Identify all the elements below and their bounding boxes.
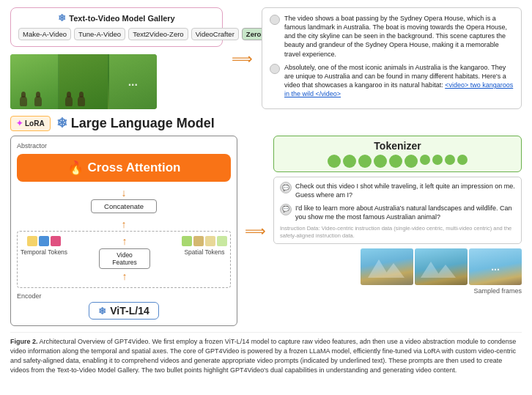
spatial-token-squares [182,236,227,246]
video-frame-2 [59,54,107,109]
abstractor-box: Abstractor 🔥 Cross Attention ↓ Concatena… [10,136,237,326]
tokens-row: Temporal Tokens ↑ Video Features ↑ [21,236,227,281]
spatial-sq-4 [217,236,227,246]
spatial-token-label: Spatial Tokens [184,248,224,256]
gallery-title-text: Text-to-Video Model Gallery [69,14,174,23]
llm-snowflake-icon: ❄ [56,115,67,131]
frames-row: ... [361,248,522,285]
chat-text-2: Absolutely, one of the most iconic anima… [284,63,514,99]
lora-llm-row: ✦ LoRA ❄ Large Language Model [10,115,522,131]
instruction-chat-row-2: 💬 I'd like to learn more about Australia… [280,204,515,221]
video-frame-1 [10,54,58,109]
concat-box: Concatenate [91,199,157,213]
star-icon: ✦ [16,119,23,128]
video-features-col: ↑ Video Features ↑ [99,236,150,281]
up-arrow-1: ↑ [17,219,231,229]
diagram-section: Abstractor 🔥 Cross Attention ↓ Concatena… [10,136,522,326]
green-token-8 [432,155,443,165]
video-frame-dots: ... [128,75,138,89]
cross-attention-title: 🔥 Cross Attention [27,160,221,176]
frame-3: ... [469,248,522,285]
tune-a-video-btn[interactable]: Tune-A-Video [74,28,125,40]
green-token-10 [457,155,468,165]
frames-section: ... Sampled frames [273,248,522,295]
frame-1 [361,248,413,285]
frames-dots-text: ... [491,261,500,273]
chat-item-2: Absolutely, one of the most iconic anima… [270,63,514,99]
green-token-2 [343,155,356,168]
tokens-container: Temporal Tokens ↑ Video Features ↑ [17,231,231,288]
model-buttons-row: Make-A-Video Tune-A-Video Text2Video-Zer… [18,28,215,40]
chat-bullet-1 [270,15,280,25]
gallery-title: ❄ Text-to-Video Model Gallery [18,12,215,23]
caption: Figure 2. Architectural Overview of GPT4… [10,332,522,375]
temporal-token-label: Temporal Tokens [21,248,67,256]
green-token-3 [358,155,372,168]
video-features-up-arrow: ↑ [122,236,128,246]
chat-bullet-2 [270,64,280,74]
tokenizer-box: Tokenizer [273,136,522,172]
chat-text-1: The video shows a boat passing by the Sy… [284,14,514,59]
green-token-7 [420,155,430,165]
spatial-tokens-group: Spatial Tokens [182,236,227,256]
chat-instruction-box: 💬 Check out this video I shot while trav… [273,177,522,244]
kangaroo-shape-4 [75,90,89,106]
flame-icon: 🔥 [67,160,84,176]
spatial-sq-1 [182,236,192,246]
instruction-chat-icon-1: 💬 [280,182,292,193]
cross-attention-block: 🔥 Cross Attention [17,154,231,182]
kangaroo-video-preview: ... [10,54,157,109]
caption-label: Figure 2. [10,338,38,345]
video-features-down-arrow: ↑ [122,271,128,281]
frames-label: Sampled frames [473,287,522,295]
temporal-sq-2 [39,236,49,246]
instruction-msg-1: Check out this video I shot while travel… [295,182,515,199]
vit-box: ❄ ViT-L/14 [89,302,158,320]
right-panel: Tokenizer 💬 Check out this video I shot … [273,136,522,326]
green-token-5 [389,155,402,168]
green-tokens [281,155,514,168]
video-frame-3: ... [109,54,157,109]
svg-marker-3 [435,265,456,278]
green-token-1 [328,155,341,168]
concat-area: Concatenate [17,199,231,218]
abstractor-to-right-arrow: ⟹ [243,136,267,326]
vit-section: Encoder ❄ ViT-L/14 [17,292,231,320]
lora-label: LoRA [25,119,45,128]
svg-marker-1 [383,263,404,278]
gallery-to-chat-arrow: ⟹ [232,7,253,109]
green-token-9 [445,155,455,165]
instruction-chat-row-1: 💬 Check out this video I shot while trav… [280,182,515,199]
temporal-token-squares [27,236,61,246]
down-arrow-1: ↓ [17,188,231,198]
temporal-sq-1 [27,236,37,246]
abstractor-label: Abstractor [17,142,231,149]
vit-snowflake-icon: ❄ [98,306,106,317]
tokenizer-title: Tokenizer [281,140,514,152]
make-a-video-btn[interactable]: Make-A-Video [18,28,71,40]
green-token-6 [404,155,418,168]
instruction-gray-text: Instruction Data: Video-centric instruct… [280,225,515,240]
green-token-4 [374,155,387,168]
spatial-sq-3 [205,236,215,246]
caption-text: Architectural Overview of GPT4Video. We … [10,338,516,374]
temporal-tokens-group: Temporal Tokens [21,236,67,256]
kangaroo-shape-1 [18,90,31,106]
vit-text: ViT-L/14 [110,305,149,317]
llm-title: ❄ Large Language Model [56,115,215,131]
snowflake-icon: ❄ [58,12,66,23]
spatial-sq-2 [193,236,204,246]
encoder-label: Encoder [17,292,42,300]
kangaroo-shape-2 [31,90,44,106]
lora-badge: ✦ LoRA [10,116,51,131]
cross-attention-text: Cross Attention [88,160,181,175]
instruction-msg-2: I'd like to learn more about Australia's… [295,204,515,221]
video-features-box: Video Features [99,248,150,269]
text2video-zero-btn[interactable]: Text2Video-Zero [128,28,188,40]
temporal-sq-3 [51,236,61,246]
llm-title-text: Large Language Model [71,116,215,131]
kangaroo-shape-3 [63,90,76,106]
chat-item-1: The video shows a boat passing by the Sy… [270,14,514,59]
frame-2 [415,248,468,285]
instruction-chat-icon-2: 💬 [280,204,292,215]
